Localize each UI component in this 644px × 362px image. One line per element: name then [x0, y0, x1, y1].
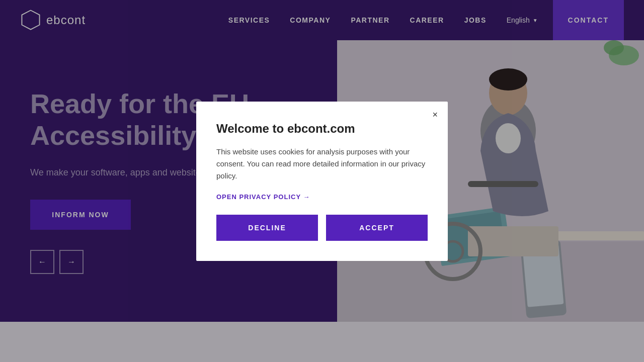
modal-actions: DECLINE ACCEPT: [216, 215, 428, 241]
decline-button[interactable]: DECLINE: [216, 215, 318, 241]
modal-body-text: This website uses cookies for analysis p…: [216, 146, 428, 182]
cookie-modal: × Welcome to ebcont.com This website use…: [196, 102, 448, 261]
accept-button[interactable]: ACCEPT: [326, 215, 428, 241]
modal-title: Welcome to ebcont.com: [216, 122, 428, 136]
modal-close-button[interactable]: ×: [432, 110, 438, 120]
modal-overlay: × Welcome to ebcont.com This website use…: [0, 0, 644, 362]
privacy-policy-link[interactable]: OPEN PRIVACY POLICY →: [216, 193, 310, 201]
